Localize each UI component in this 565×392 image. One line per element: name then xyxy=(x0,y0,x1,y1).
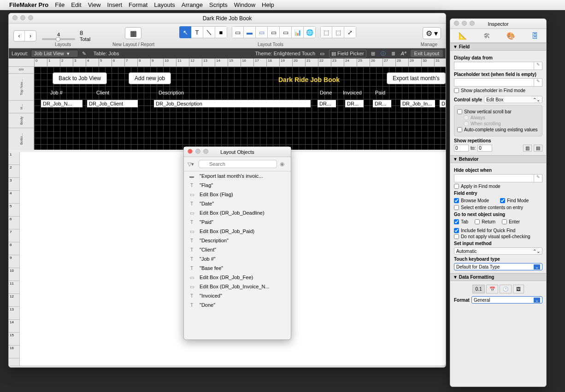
list-item[interactable]: T"Flag" xyxy=(184,181,291,190)
export-button[interactable]: Export last month's xyxy=(387,72,446,84)
info-icon[interactable]: ⓘ xyxy=(380,50,387,57)
tab-chk[interactable]: Tab xyxy=(454,219,468,224)
find-mode[interactable]: Find Mode xyxy=(500,198,529,203)
part-bottom[interactable]: Botto... xyxy=(9,128,34,150)
window-controls[interactable] xyxy=(12,15,33,20)
field-client[interactable]: DR_Job_Client xyxy=(87,100,138,107)
tab-styles-icon[interactable]: 🛠 xyxy=(483,32,490,40)
fmt-date-icon[interactable]: 📅 xyxy=(486,285,498,293)
select-entire[interactable]: Select entire contents on entry xyxy=(454,205,542,210)
fmt-time-icon[interactable]: 🕐 xyxy=(500,285,512,293)
new-layout-button[interactable]: ▦ xyxy=(125,27,141,39)
menu-scripts[interactable]: Scripts xyxy=(209,1,228,8)
field-desc[interactable]: DR_Job_Description xyxy=(154,100,311,107)
rep-vert-icon[interactable]: ▥ xyxy=(523,145,532,152)
show-vscroll[interactable]: Show vertical scroll bar xyxy=(457,109,539,114)
objects-search-input[interactable] xyxy=(199,160,277,168)
part-body[interactable]: Body xyxy=(9,113,34,128)
dropper-tool[interactable]: ⤢ xyxy=(344,26,356,38)
aa-icon[interactable]: Aª xyxy=(400,50,407,57)
buttonbar-tool[interactable]: ▭ xyxy=(256,26,268,38)
section-behavior[interactable]: ▼ Behavior xyxy=(450,155,546,163)
record-slider[interactable]: 4 xyxy=(42,32,75,40)
selection-tool[interactable]: ↖ xyxy=(179,26,191,38)
col-job[interactable]: Job # xyxy=(50,90,63,95)
menu-format[interactable]: Format xyxy=(129,1,147,8)
tab-position-icon[interactable]: 📐 xyxy=(459,32,467,40)
field-job[interactable]: DR_Job_N... xyxy=(41,100,82,107)
col-desc[interactable]: Description xyxy=(159,90,184,95)
webviewer-tool[interactable]: 🌐 xyxy=(304,26,316,38)
list-item[interactable]: T"Done" xyxy=(184,300,291,310)
autocomplete[interactable]: Auto-complete using existing values xyxy=(457,127,539,132)
quick-find[interactable]: Include field for Quick Find xyxy=(454,228,542,233)
prev-record-button[interactable]: ‹ xyxy=(14,31,25,41)
col-client[interactable]: Client xyxy=(96,90,109,95)
menu-view[interactable]: View xyxy=(88,1,101,8)
show-placeholder-find[interactable]: Show placeholder in Find mode xyxy=(454,88,542,93)
menu-arrange[interactable]: Arrange xyxy=(182,1,203,8)
menu-insert[interactable]: Insert xyxy=(107,1,123,8)
grid-icon[interactable]: ⊞ xyxy=(370,50,377,57)
inspector-panel[interactable]: Inspector 📐 🛠 🎨 🗄 ▼ Field Display data f… xyxy=(450,18,547,387)
rep-from[interactable] xyxy=(454,145,469,152)
list-item[interactable]: ▭Edit Box (DR_Job_Fee) xyxy=(184,273,291,282)
touch-kb-select[interactable]: Default for Data Type⌄ xyxy=(454,263,542,270)
list-item[interactable]: ▭Edit Box (Flag) xyxy=(184,190,291,199)
theme-label[interactable]: Theme: Enlightened Touch xyxy=(255,51,315,56)
list-item[interactable]: T"Invoiced" xyxy=(184,291,291,300)
tab-appearance-icon[interactable]: 🎨 xyxy=(506,32,515,40)
record-nav[interactable]: ‹› xyxy=(13,30,36,41)
field-picker-button[interactable]: ▤ Field Picker xyxy=(329,50,366,58)
enter-chk[interactable]: Enter xyxy=(502,219,520,224)
layout-objects-panel[interactable]: Layout Objects ▽▾ ◉ ▬"Export last month'… xyxy=(183,146,291,340)
shape-tool[interactable]: ■ xyxy=(215,26,227,38)
apply-find[interactable]: Apply in Find mode xyxy=(454,184,542,189)
text-tool[interactable]: T xyxy=(191,26,203,38)
canvas-title[interactable]: Dark Ride Job Book xyxy=(278,76,340,83)
col-paid[interactable]: Paid xyxy=(375,90,385,95)
theme-icon[interactable]: ▭ xyxy=(319,50,325,57)
fmt-number-icon[interactable]: 0.1 xyxy=(472,285,485,293)
layout-select[interactable]: Job List View ▾ xyxy=(31,50,78,58)
list-item[interactable]: T"Job #" xyxy=(184,254,291,263)
col-done[interactable]: Done xyxy=(320,90,332,95)
add-job-button[interactable]: Add new job xyxy=(129,72,171,84)
app-name[interactable]: FileMaker Pro xyxy=(9,1,48,8)
filter-icon[interactable]: ▽▾ xyxy=(188,161,196,167)
menu-edit[interactable]: Edit xyxy=(71,1,81,8)
list-item[interactable]: ▭Edit Box (DR_Job_Deadline) xyxy=(184,208,291,217)
col-invoiced[interactable]: Invoiced xyxy=(343,90,362,95)
field-tool[interactable]: ▭ xyxy=(232,26,244,38)
list-item[interactable]: ▭Edit Box (DR_Job_Invoice_N... xyxy=(184,282,291,291)
format-painter-tool[interactable]: ⬚ xyxy=(332,26,344,38)
button-tool[interactable]: ▬ xyxy=(244,26,256,38)
spell-check[interactable]: Do not apply visual spell-checking xyxy=(454,234,542,239)
titlebar[interactable]: Dark Ride Job Book xyxy=(9,13,446,23)
part-tool[interactable]: ⬚ xyxy=(320,26,332,38)
menu-help[interactable]: Help xyxy=(262,1,274,8)
field-done[interactable]: DR... xyxy=(318,100,336,107)
placeholder-input[interactable]: ✎ xyxy=(454,78,542,87)
field-last[interactable]: D... xyxy=(440,100,446,107)
list-item[interactable]: T"Date" xyxy=(184,199,291,208)
inspector-controls[interactable] xyxy=(454,21,475,26)
control-style-select[interactable]: Edit Box⌃⌄ xyxy=(484,96,542,103)
list-item[interactable]: T"Paid" xyxy=(184,217,291,227)
panel-controls[interactable] xyxy=(188,149,208,154)
menu-window[interactable]: Window xyxy=(234,1,255,8)
menu-layouts[interactable]: Layouts xyxy=(154,1,175,8)
list-item[interactable]: T"Description" xyxy=(184,236,291,245)
field-paid[interactable]: DR... xyxy=(373,100,391,107)
visibility-icon[interactable]: ◉ xyxy=(280,161,287,167)
chart-tool[interactable]: 📊 xyxy=(292,26,304,38)
list-item[interactable]: T"Client" xyxy=(184,245,291,254)
section-field[interactable]: ▼ Field xyxy=(450,43,546,51)
display-data-input[interactable]: ✎ xyxy=(454,62,542,70)
input-method-select[interactable]: Automatic⌃⌄ xyxy=(454,247,542,255)
rep-to[interactable] xyxy=(477,145,492,152)
manage-button[interactable]: ⚙ ▾ xyxy=(423,27,441,39)
line-tool[interactable]: ＼ xyxy=(203,26,215,38)
rep-horiz-icon[interactable]: ▤ xyxy=(534,145,542,152)
list-item[interactable]: ▬"Export last month's invoic... xyxy=(184,171,291,181)
